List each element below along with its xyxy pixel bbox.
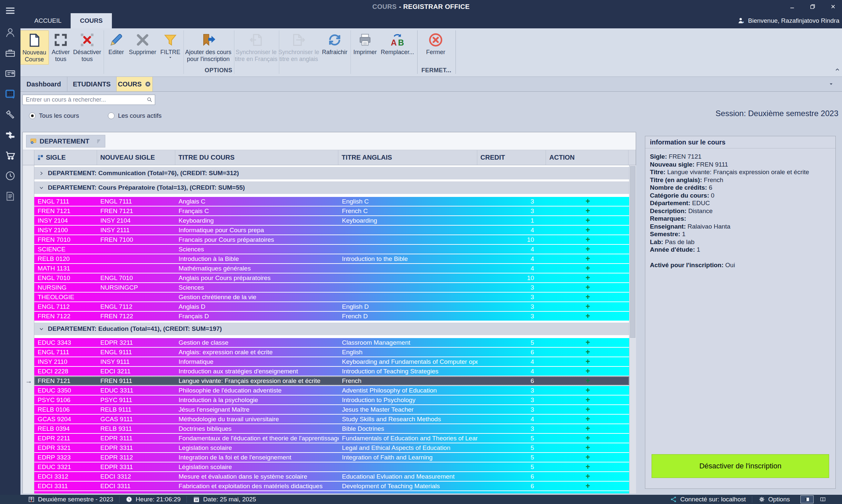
add-to-inscription-button[interactable]: + (585, 482, 590, 490)
add-to-inscription-button[interactable]: + (585, 358, 590, 365)
tab-etudiants[interactable]: ETUDIANTS (67, 77, 117, 91)
course-row[interactable]: GCAS 9204GCAS 9111Méthodologie du travai… (34, 415, 629, 424)
add-to-inscription-button[interactable]: + (585, 293, 590, 301)
add-to-inscription-button[interactable]: + (585, 367, 590, 375)
cart-icon[interactable] (4, 149, 17, 162)
ajouter-des-cours-pour-l-inscription-button[interactable]: Ajouter des courspour l'inscription (183, 30, 233, 65)
course-row[interactable]: FREN 7121FREN 9111Langue vivante: França… (34, 376, 629, 385)
imprimer-button[interactable]: Imprimer (350, 30, 380, 65)
add-to-inscription-button[interactable]: + (585, 463, 590, 471)
toggle-inscription-button[interactable]: Désactiver de l'inscription (652, 454, 829, 478)
add-to-inscription-button[interactable]: + (585, 339, 590, 346)
course-row[interactable]: EDUC 3321EDPR 3311Législation scolaire5+ (34, 463, 629, 471)
course-row[interactable]: EDRP 3323EDPR 3112Integration de la foi … (34, 453, 629, 462)
column-header-action[interactable]: ACTION (546, 150, 629, 165)
desactiver-tous-button[interactable]: Désactivertous (73, 30, 102, 65)
fermer-button[interactable]: Fermer (420, 30, 451, 65)
tab-list-dropdown-icon[interactable] (829, 82, 834, 86)
tab-dashboard[interactable]: Dashboard (20, 77, 67, 91)
nouveau-course-button[interactable]: NouveauCourse (20, 30, 49, 65)
vertical-scrollbar-thumb[interactable] (630, 166, 635, 338)
add-to-inscription-button[interactable]: + (585, 386, 590, 394)
user-icon[interactable] (4, 26, 17, 39)
rafraichir-button[interactable]: Rafraichir (321, 30, 349, 65)
layout-panel-icon[interactable] (801, 496, 813, 503)
course-row[interactable]: INSY 2100INSY 2111Informatique pour Cour… (34, 226, 629, 235)
course-row[interactable]: RELB 0106RELB 9111Jésus l'enseignant Maî… (34, 405, 629, 414)
close-button[interactable] (827, 2, 839, 12)
minimize-button[interactable] (787, 2, 798, 12)
restore-button[interactable] (807, 2, 818, 12)
add-to-inscription-button[interactable]: + (585, 396, 590, 404)
course-row[interactable]: EDCI 2228EDCI 3211Introduction aux strat… (34, 367, 629, 376)
course-row[interactable]: RELB 0394RELB 9311Doctrines bibliquesBib… (34, 424, 629, 433)
add-to-inscription-button[interactable]: + (585, 303, 590, 310)
supprimer-button[interactable]: Supprimer (128, 30, 157, 65)
add-to-inscription-button[interactable]: + (585, 284, 590, 291)
tab-cours[interactable]: COURS (117, 77, 153, 91)
add-to-inscription-button[interactable]: + (585, 377, 590, 384)
add-to-inscription-button[interactable]: + (585, 434, 590, 442)
course-row[interactable]: ENGL 7010ENGL 7010Anglais pour Cours pré… (34, 273, 629, 282)
course-row[interactable]: FREN 7121FREN 7121Français CFrench C3+ (34, 206, 629, 215)
planner-icon[interactable] (4, 88, 17, 100)
course-row[interactable]: PSYC 9106PSYC 9111Introduction à la psyc… (34, 395, 629, 404)
course-row[interactable]: THEOLOGIEGestion chrétienne de la vie3+ (34, 292, 629, 302)
report-icon[interactable] (4, 190, 17, 202)
add-to-inscription-button[interactable]: + (585, 207, 590, 215)
course-row-partial[interactable] (34, 491, 629, 493)
add-to-inscription-button[interactable]: + (585, 198, 590, 205)
course-row[interactable]: EDUC 3350EDUC 3311Philosophie de l'éduca… (34, 386, 629, 395)
search-input[interactable] (22, 95, 155, 105)
course-row[interactable]: NURSINGNURSINGCPSciences3+ (34, 283, 629, 292)
course-row[interactable]: EDCI 3311EDCI 3311Fabrication et exploit… (34, 482, 629, 490)
course-row[interactable]: SCIENCESciences4+ (34, 245, 629, 254)
add-to-inscription-button[interactable]: + (585, 246, 590, 253)
course-row[interactable]: FREN 7122FREN 7122Français DFrench D3+ (34, 312, 629, 321)
sort-order-icon[interactable] (96, 138, 102, 144)
column-header-credit[interactable]: CREDIT (477, 150, 546, 165)
menu-icon[interactable] (4, 5, 17, 17)
add-to-inscription-button[interactable]: + (585, 348, 590, 356)
add-to-inscription-button[interactable]: + (585, 473, 590, 480)
add-to-inscription-button[interactable]: + (585, 255, 590, 263)
group-row-departement-communication[interactable]: DEPARTEMENT: Communication (Total=76), (… (34, 167, 629, 179)
add-to-inscription-button[interactable]: + (585, 425, 590, 432)
group-row-departement-education[interactable]: DEPARTEMENT: Education (Total=41), (CRED… (34, 323, 629, 335)
add-to-inscription-button[interactable]: + (585, 444, 590, 452)
group-by-chip[interactable]: DEPARTEMENT (26, 135, 105, 147)
ribbon-tab-accueil[interactable]: ACCUEIL (25, 13, 71, 29)
editer-button[interactable]: Editer (105, 30, 127, 65)
course-row[interactable]: EDPR 2211EDPR 3111Fondamentaux de l'éduc… (34, 434, 629, 443)
column-header-nouveau-sigle[interactable]: NOUVEAU SIGLE (97, 150, 175, 165)
course-row[interactable]: EDPR 3321EDPR 3311Legislation scolaireLe… (34, 443, 629, 452)
transfer-icon[interactable] (4, 129, 17, 141)
add-to-inscription-button[interactable]: + (585, 274, 590, 282)
add-to-inscription-button[interactable]: + (585, 236, 590, 244)
close-tab-icon[interactable] (144, 81, 151, 87)
status-options[interactable]: Options (752, 495, 796, 504)
ribbon-tab-cours[interactable]: COURS (71, 13, 112, 29)
add-to-inscription-button[interactable]: + (585, 265, 590, 272)
radio-tous-les-cours[interactable]: Tous les cours (29, 111, 79, 120)
course-row[interactable]: ENGL 7111ENGL 9111Anglais: expression or… (34, 348, 629, 357)
course-row[interactable]: FREN 7010FREN 7100Francais pour Cours pr… (34, 235, 629, 244)
add-to-inscription-button[interactable]: + (585, 217, 590, 224)
add-to-inscription-button[interactable]: + (585, 312, 590, 320)
column-header-titre-anglais[interactable]: TITRE ANGLAIS (338, 150, 477, 165)
reader-icon[interactable] (818, 496, 827, 503)
column-header-titre-du-cours[interactable]: TITRE DU COURS (175, 150, 338, 165)
add-to-inscription-button[interactable]: + (585, 415, 590, 423)
remplacer-button[interactable]: ABRemplacer... (381, 30, 414, 65)
add-to-inscription-button[interactable]: + (585, 406, 590, 413)
vertical-scrollbar[interactable] (629, 165, 636, 493)
course-row[interactable]: INSY 2104INSY 2104KeyboardingKeyboarding… (34, 216, 629, 225)
filtre-button[interactable]: FILTRE (158, 30, 183, 65)
radio-les-cours-actifs[interactable]: Les cours actifs (108, 111, 161, 120)
course-row[interactable]: RELB 0120Introduction à la BibleIntroduc… (34, 254, 629, 263)
clock-icon[interactable] (4, 169, 17, 182)
add-to-inscription-button[interactable]: + (585, 226, 590, 234)
column-header-sigle[interactable]: SIGLE (34, 150, 97, 165)
group-row-departement-cours-preparatoire[interactable]: DEPARTEMENT: Cours Préparatoire (Total=1… (34, 181, 629, 194)
course-row[interactable]: EDCI 3312EDCI 3312Mesure et évaluation d… (34, 472, 629, 481)
